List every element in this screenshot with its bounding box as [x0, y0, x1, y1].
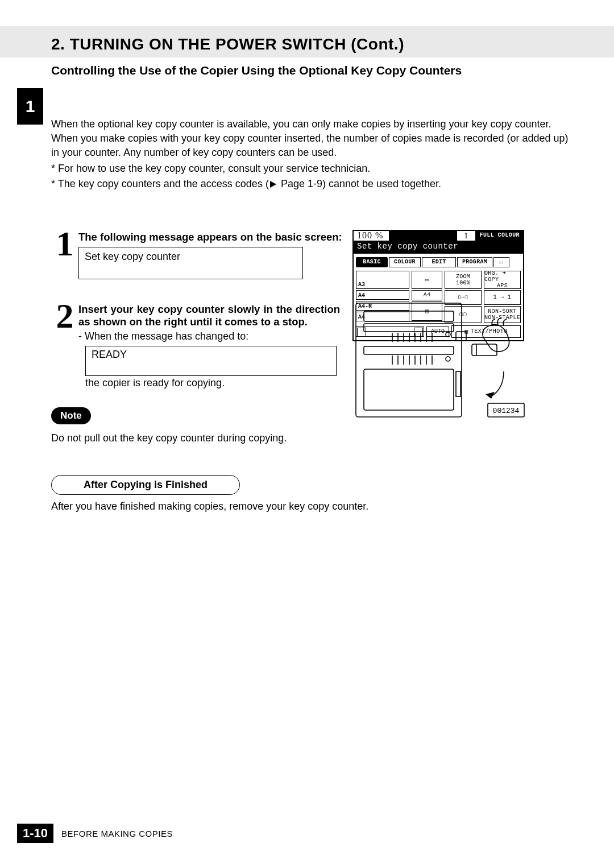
lcd-status-message: Set key copy counter [354, 242, 523, 253]
lcd-tab-colour: COLOUR [389, 257, 421, 267]
lcd-zoom-percent: 100 % [354, 231, 390, 242]
page-number: 1-10 [17, 824, 53, 843]
lcd-tab-program: PROGRAM [457, 257, 492, 267]
svg-point-21 [446, 332, 450, 337]
lcd-tray-icon: ▭ [412, 271, 442, 289]
copier-diagram: 001234 [352, 297, 529, 428]
svg-point-22 [446, 357, 450, 361]
svg-rect-23 [456, 332, 466, 341]
step-2-number: 2 [51, 302, 78, 330]
subsection-title: Controlling the Use of the Copier Using … [17, 64, 574, 77]
lcd-tab-help-icon: ▭ [493, 257, 509, 267]
page: 2. TURNING ON THE POWER SWITCH (Cont.) C… [0, 0, 614, 868]
after-copying-heading: After Copying is Finished [51, 475, 240, 495]
after-copying-section: After Copying is Finished [51, 475, 574, 495]
lcd-tray: A3 [356, 271, 409, 289]
lcd-orgcopy-cell: ORG. ➜ COPYAPS [484, 271, 521, 289]
intro-paragraph: When the optional key copy counter is av… [51, 117, 574, 160]
lcd-copy-count: 1 [456, 231, 476, 242]
lcd-tab-basic: BASIC [356, 257, 388, 267]
note-badge: Note [51, 407, 91, 424]
counter-digits: 001234 [493, 407, 520, 415]
svg-rect-2 [364, 324, 454, 332]
step-1-number: 1 [51, 230, 78, 258]
step-1: 1 The following message appears on the b… [51, 230, 574, 279]
intro-block: When the optional key copy counter is av… [51, 117, 574, 191]
after-copying-text: After you have finished making copies, r… [51, 501, 574, 512]
page-footer: 1-10 BEFORE MAKING COPIES [17, 824, 173, 843]
footer-caption: BEFORE MAKING COPIES [61, 829, 173, 838]
svg-rect-20 [364, 369, 454, 410]
svg-rect-24 [456, 371, 460, 396]
lcd-zoom-cell: ZOOM100% [445, 271, 482, 289]
page-ref-arrow-icon [270, 181, 276, 188]
svg-rect-1 [364, 311, 454, 321]
step-2-message-box: READY [85, 346, 337, 376]
intro-bullet-1: * For how to use the key copy counter, c… [51, 162, 574, 176]
chapter-tab: 1 [17, 88, 43, 125]
step-2: 2 Insert your key copy counter slowly in… [51, 302, 574, 389]
intro-bullet-2: * The key copy counters and the access c… [51, 177, 574, 191]
step-2-heading: Insert your key copy counter slowly in t… [78, 303, 340, 328]
lcd-full-colour-label: FULL COLOUR [476, 231, 523, 242]
note-text: Do not pull out the key copy counter dur… [51, 432, 574, 444]
step-1-message-box: Set key copy counter [78, 247, 303, 279]
svg-rect-11 [364, 346, 454, 354]
lcd-tab-edit: EDIT [422, 257, 456, 267]
section-title: 2. TURNING ON THE POWER SWITCH (Cont.) [17, 26, 574, 53]
